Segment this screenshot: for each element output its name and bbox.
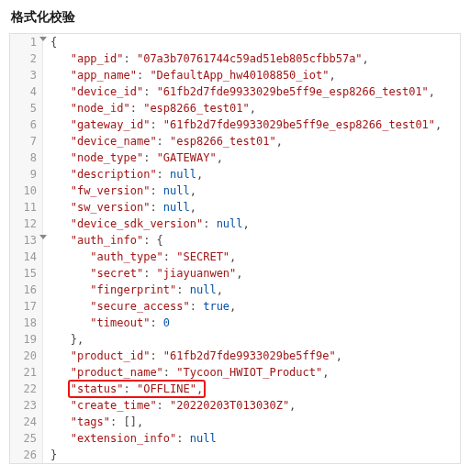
token: null (163, 201, 190, 214)
line-number: 8 (10, 149, 43, 166)
code-content[interactable]: "gateway_id": "61fb2d7fde9933029be5ff9e_… (43, 116, 442, 133)
token: , (190, 201, 196, 214)
token: "61fb2d7fde9933029be5ff9e" (163, 349, 336, 362)
code-content[interactable]: "tags": [], (43, 414, 143, 430)
code-line[interactable]: 13 "auth_info": { (10, 232, 460, 249)
token: "fw_version" (71, 184, 151, 197)
code-line[interactable]: 15 "secret": "jiayuanwen", (10, 265, 460, 282)
code-content[interactable]: "secret": "jiayuanwen", (43, 265, 243, 282)
code-line[interactable]: 6 "gateway_id": "61fb2d7fde9933029be5ff9… (10, 116, 460, 133)
code-line[interactable]: 1{ (10, 34, 460, 50)
line-number: 11 (10, 199, 43, 216)
token: null (217, 217, 243, 230)
token: "extension_info" (71, 432, 177, 445)
code-line[interactable]: 2 "app_id": "07a3b70761744c59ad51eb805cf… (10, 50, 460, 67)
code-line[interactable]: 4 "device_id": "61fb2d7fde9933029be5ff9e… (10, 83, 460, 100)
line-number: 25 (10, 430, 43, 447)
token: "secret" (90, 267, 143, 280)
code-content[interactable]: "sw_version": null, (43, 199, 196, 216)
code-line[interactable]: 8 "node_type": "GATEWAY", (10, 149, 460, 166)
line-number: 7 (10, 133, 43, 149)
code-content[interactable]: "status": "OFFLINE", (43, 381, 203, 397)
code-content[interactable]: } (43, 447, 57, 463)
line-number: 20 (10, 348, 43, 364)
token: "device_name" (71, 135, 157, 148)
code-content[interactable]: "product_id": "61fb2d7fde9933029be5ff9e"… (43, 348, 342, 364)
token: "61fb2d7fde9933029be5ff9e_esp8266_test01… (163, 118, 435, 131)
token: , (435, 118, 442, 131)
token: "DefaultApp_hw40108850_iot" (150, 69, 329, 82)
token: : (157, 168, 170, 181)
line-number: 10 (10, 183, 43, 199)
code-line[interactable]: 19 }, (10, 331, 460, 348)
code-content[interactable]: "app_name": "DefaultApp_hw40108850_iot", (43, 67, 336, 83)
code-content[interactable]: "node_id": "esp8266_test01", (43, 100, 256, 116)
code-content[interactable]: "auth_info": { (43, 232, 163, 249)
code-line[interactable]: 21 "product_name": "Tycoon_HWIOT_Product… (10, 364, 460, 381)
line-number: 9 (10, 166, 43, 183)
code-line[interactable]: 5 "node_id": "esp8266_test01", (10, 100, 460, 116)
code-content[interactable]: "app_id": "07a3b70761744c59ad51eb805cfbb… (43, 50, 369, 67)
code-line[interactable]: 9 "description": null, (10, 166, 460, 183)
token: : (176, 283, 189, 296)
token: , (190, 184, 196, 197)
section-title: 格式化校验 (0, 0, 470, 33)
token: "app_name" (71, 69, 137, 82)
code-content[interactable]: "fingerprint": null, (43, 282, 223, 298)
token: , (363, 52, 369, 65)
code-content[interactable]: "device_name": "esp8266_test01", (43, 133, 283, 149)
token: }, (71, 333, 84, 346)
code-line[interactable]: 3 "app_name": "DefaultApp_hw40108850_iot… (10, 67, 460, 83)
token: : (190, 300, 203, 313)
token: "product_id" (71, 349, 151, 362)
code-content[interactable]: "secure_access": true, (43, 298, 236, 315)
code-content[interactable]: "description": null, (43, 166, 203, 183)
code-line[interactable]: 25 "extension_info": null (10, 430, 460, 447)
code-content[interactable]: { (43, 34, 57, 50)
code-content[interactable]: "create_time": "20220203T013030Z", (43, 397, 296, 414)
token: "GATEWAY" (157, 151, 217, 164)
code-line[interactable]: 18 "timeout": 0 (10, 315, 460, 331)
token: "esp8266_test01" (143, 102, 250, 115)
code-line[interactable]: 12 "device_sdk_version": null, (10, 216, 460, 232)
token: : (143, 85, 156, 98)
token: "sw_version" (71, 201, 151, 214)
code-content[interactable]: }, (43, 331, 84, 348)
code-line[interactable]: 16 "fingerprint": null, (10, 282, 460, 298)
code-line[interactable]: 20 "product_id": "61fb2d7fde9933029be5ff… (10, 348, 460, 364)
code-line[interactable]: 23 "create_time": "20220203T013030Z", (10, 397, 460, 414)
code-content[interactable]: "timeout": 0 (43, 315, 170, 331)
code-line[interactable]: 11 "sw_version": null, (10, 199, 460, 216)
code-content[interactable]: "product_name": "Tycoon_HWIOT_Product", (43, 364, 329, 381)
token: "auth_info" (71, 234, 143, 247)
token: "node_id" (71, 102, 130, 115)
token: , (236, 267, 242, 280)
token: "product_name" (71, 366, 163, 379)
code-content[interactable]: "device_sdk_version": null, (43, 216, 250, 232)
token: , (217, 283, 223, 296)
highlight-box: "status": "OFFLINE", (71, 381, 204, 397)
code-content[interactable]: "fw_version": null, (43, 183, 196, 199)
code-line[interactable]: 22 "status": "OFFLINE", (10, 381, 460, 397)
code-content[interactable]: "device_id": "61fb2d7fde9933029be5ff9e_e… (43, 83, 435, 100)
code-line[interactable]: 14 "auth_type": "SECRET", (10, 249, 460, 265)
code-content[interactable]: "node_type": "GATEWAY", (43, 149, 223, 166)
token: , (217, 151, 223, 164)
line-number: 16 (10, 282, 43, 298)
code-line[interactable]: 17 "secure_access": true, (10, 298, 460, 315)
token: , (322, 366, 329, 379)
token: : (150, 184, 162, 197)
json-editor[interactable]: 1{2 "app_id": "07a3b70761744c59ad51eb805… (9, 33, 461, 464)
code-content[interactable]: "extension_info": null (43, 430, 217, 447)
token: : { (143, 234, 163, 247)
code-content[interactable]: "auth_type": "SECRET", (43, 249, 236, 265)
token: "status" (71, 382, 124, 395)
line-number: 14 (10, 249, 43, 265)
code-line[interactable]: 24 "tags": [], (10, 414, 460, 430)
code-line[interactable]: 7 "device_name": "esp8266_test01", (10, 133, 460, 149)
code-line[interactable]: 26} (10, 447, 460, 463)
token: "jiayuanwen" (157, 267, 237, 280)
back-arrow-icon[interactable]: ← (0, 468, 470, 476)
code-line[interactable]: 10 "fw_version": null, (10, 183, 460, 199)
token: : (130, 102, 143, 115)
